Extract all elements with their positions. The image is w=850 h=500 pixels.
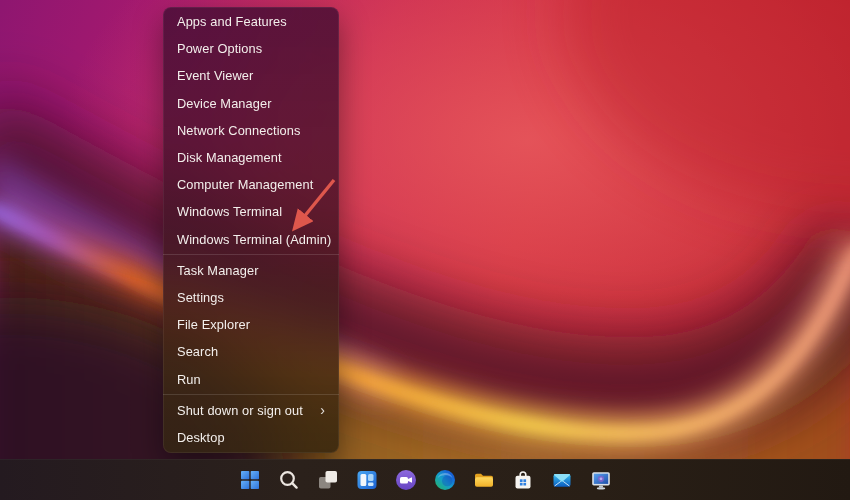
menu-item-network-connections[interactable]: Network Connections: [163, 117, 339, 144]
taskbar-mail-button[interactable]: [549, 467, 575, 493]
screen: Apps and Features Power Options Event Vi…: [0, 0, 850, 500]
menu-separator: [163, 254, 339, 255]
widgets-icon: [355, 468, 379, 492]
chevron-right-icon: ›: [320, 403, 325, 417]
menu-item-search[interactable]: Search: [163, 338, 339, 365]
file-explorer-icon: [472, 468, 496, 492]
taskbar-pc-button[interactable]: [588, 467, 614, 493]
desktop-wallpaper: [0, 0, 850, 500]
store-icon: [511, 468, 535, 492]
menu-separator: [163, 394, 339, 395]
chat-icon: [394, 468, 418, 492]
menu-item-disk-management[interactable]: Disk Management: [163, 144, 339, 171]
menu-item-task-manager[interactable]: Task Manager: [163, 257, 339, 284]
menu-item-windows-terminal-admin[interactable]: Windows Terminal (Admin): [163, 226, 339, 253]
menu-item-label: Shut down or sign out: [177, 403, 303, 418]
taskbar-search-button[interactable]: [276, 467, 302, 493]
menu-item-computer-management[interactable]: Computer Management: [163, 171, 339, 198]
menu-item-settings[interactable]: Settings: [163, 284, 339, 311]
winx-menu: Apps and Features Power Options Event Vi…: [163, 7, 339, 453]
mail-icon: [550, 468, 574, 492]
menu-item-file-explorer[interactable]: File Explorer: [163, 311, 339, 338]
pc-icon: [589, 468, 613, 492]
taskbar: [0, 459, 850, 500]
taskbar-edge-button[interactable]: [432, 467, 458, 493]
task-view-icon: [316, 468, 340, 492]
menu-item-event-viewer[interactable]: Event Viewer: [163, 62, 339, 89]
taskbar-start-button[interactable]: [237, 467, 263, 493]
menu-item-windows-terminal[interactable]: Windows Terminal: [163, 198, 339, 225]
taskbar-task-view-button[interactable]: [315, 467, 341, 493]
start-icon: [238, 468, 262, 492]
menu-item-desktop[interactable]: Desktop: [163, 424, 339, 451]
menu-item-device-manager[interactable]: Device Manager: [163, 90, 339, 117]
edge-icon: [433, 468, 457, 492]
taskbar-chat-button[interactable]: [393, 467, 419, 493]
taskbar-store-button[interactable]: [510, 467, 536, 493]
menu-item-run[interactable]: Run: [163, 365, 339, 392]
search-icon: [277, 468, 301, 492]
taskbar-widgets-button[interactable]: [354, 467, 380, 493]
menu-item-power-options[interactable]: Power Options: [163, 35, 339, 62]
taskbar-file-explorer-button[interactable]: [471, 467, 497, 493]
menu-item-shut-down-or-sign-out[interactable]: Shut down or sign out ›: [163, 397, 339, 424]
menu-item-apps-and-features[interactable]: Apps and Features: [163, 8, 339, 35]
